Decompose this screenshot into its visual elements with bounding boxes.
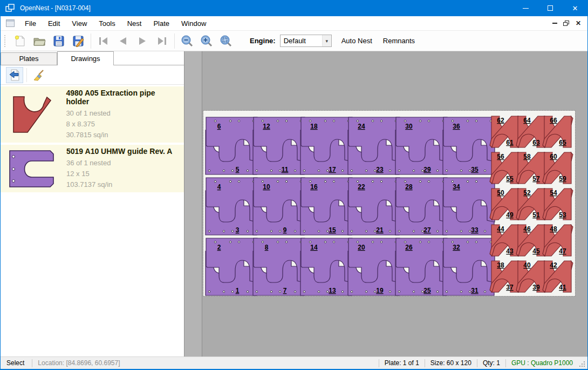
gpu-status: GPU : Quadro P1000 [506,359,578,367]
mdi-close-button[interactable]: ✕ [572,18,584,29]
go-previous-button[interactable] [113,32,133,50]
maximize-button[interactable] [538,0,563,16]
svg-text:43: 43 [506,247,514,255]
tab-plates[interactable]: Plates [1,52,57,65]
menu-bar: File Edit View Tools Nest Plate Window ✕ [1,16,587,31]
import-drawing-button[interactable] [6,67,23,83]
svg-text:2: 2 [217,244,221,251]
svg-text:64: 64 [523,117,531,124]
mdi-restore-button[interactable] [560,18,572,29]
svg-text:10: 10 [263,183,270,191]
nest-canvas[interactable]: 6512111817242330293635431091615222128273… [184,51,587,356]
menu-window[interactable]: Window [175,16,212,31]
document-icon[interactable] [6,19,15,27]
svg-text:59: 59 [559,175,566,183]
svg-text:18: 18 [310,123,318,130]
close-icon: ✕ [572,5,578,12]
plate[interactable]: 6512111817242330293635431091615222128273… [203,111,575,296]
zoom-fit-button[interactable] [216,32,236,50]
svg-text:28: 28 [405,183,413,191]
svg-text:42: 42 [550,261,557,269]
window-title: OpenNest - [N0317-004] [20,4,91,12]
menu-file[interactable]: File [19,16,42,31]
part-area: 103.7137 sq/in [66,179,172,190]
zoom-fit-icon [220,35,233,48]
chevron-down-icon[interactable]: ▾ [322,35,331,46]
save-button[interactable] [49,32,69,50]
engine-label: Engine: [250,37,276,45]
zoom-in-button[interactable] [197,32,216,50]
go-first-button[interactable] [94,32,113,50]
svg-text:54: 54 [550,189,557,197]
part-nested-count: 36 of 1 nested [66,158,172,169]
toolbar-separator [91,33,91,49]
zoom-in-icon [200,35,213,48]
save-as-button[interactable] [69,32,88,50]
menu-nest[interactable]: Nest [121,16,148,31]
svg-text:1: 1 [236,287,240,294]
minimize-button[interactable] [513,0,538,16]
auto-nest-button[interactable]: Auto Nest [336,33,378,49]
svg-text:38: 38 [497,261,504,269]
svg-text:11: 11 [282,166,289,173]
open-icon [33,35,46,48]
svg-text:62: 62 [497,117,504,124]
svg-text:24: 24 [358,123,365,130]
tab-drawings[interactable]: Drawings [57,51,114,65]
svg-text:22: 22 [358,183,365,191]
svg-text:19: 19 [376,287,384,294]
svg-text:49: 49 [506,211,514,219]
list-item-part[interactable]: 5019 A10 UHMW guide Rev. A 36 of 1 neste… [1,145,184,192]
svg-text:58: 58 [523,153,531,160]
import-drawing-icon [8,69,21,82]
cursor-location-status: Location: [84.8696, 60.6957] [32,359,125,367]
svg-text:23: 23 [376,166,384,173]
toolbar-grip[interactable] [4,35,6,47]
go-last-icon [155,35,168,48]
svg-text:47: 47 [559,247,566,255]
resize-grip[interactable] [579,361,586,368]
engine-value: Default [281,37,322,45]
svg-text:40: 40 [523,261,531,269]
menu-tools[interactable]: Tools [93,16,121,31]
svg-text:26: 26 [405,244,413,251]
canvas-margin-strip [184,51,202,356]
zoom-out-icon [181,35,194,48]
svg-text:20: 20 [358,244,365,251]
zoom-out-button[interactable] [177,32,197,50]
svg-text:61: 61 [506,139,514,146]
close-button[interactable]: ✕ [563,0,587,16]
svg-text:33: 33 [471,226,478,234]
svg-text:5: 5 [236,166,240,173]
svg-text:25: 25 [423,287,431,294]
new-button[interactable] [10,32,30,50]
svg-text:6: 6 [217,123,221,130]
go-next-button[interactable] [133,32,152,50]
clean-button[interactable] [30,67,47,83]
part-title: 5019 A10 UHMW guide Rev. A [66,147,172,156]
go-last-button[interactable] [152,32,172,50]
svg-text:13: 13 [329,287,336,294]
status-bar: Select Location: [84.8696, 60.6957] Plat… [1,356,587,369]
left-panel: Plates Drawings [1,51,184,356]
save-icon [52,35,65,48]
tab-strip-filler [114,51,184,65]
part-thumbnail [5,147,59,190]
plate-size-status: Size: 60 x 120 [425,359,477,367]
remnants-button[interactable]: Remnants [378,33,420,49]
go-previous-icon [117,35,129,48]
open-button[interactable] [30,32,49,50]
clean-broom-icon [32,69,45,82]
menu-edit[interactable]: Edit [42,16,66,31]
engine-select[interactable]: Default ▾ [280,35,332,47]
go-next-icon [136,35,149,48]
menu-plate[interactable]: Plate [147,16,175,31]
menu-view[interactable]: View [66,16,93,31]
svg-text:3: 3 [236,226,240,234]
mode-status: Select [1,359,32,367]
svg-text:57: 57 [532,175,540,183]
mdi-minimize-button[interactable] [549,18,560,29]
list-item-part[interactable]: 4980 A05 Extraction pipe holder 30 of 1 … [1,86,184,143]
part-nested-count: 30 of 1 nested [66,108,180,119]
new-icon [13,35,26,48]
